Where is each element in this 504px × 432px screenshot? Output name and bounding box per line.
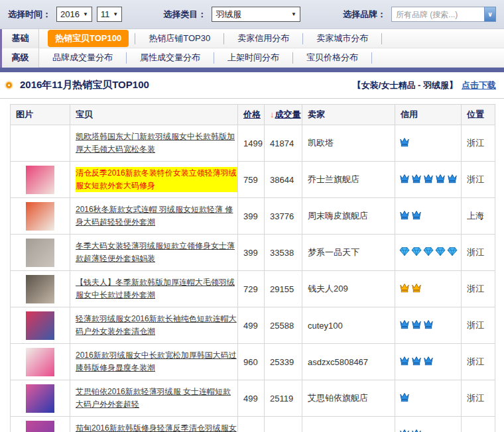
filter-bar: 选择时间： 2016 ▼ 11 ▼ 选择类目： 羽绒服 ▼ 选择品牌： ∨ — [0, 0, 504, 29]
product-image[interactable] — [26, 275, 54, 303]
product-image[interactable] — [26, 202, 54, 231]
table-row: 【钱夫人】冬季新款韩版加厚连帽大毛领羽绒服女中长款过膝外套潮 729 29155… — [11, 271, 495, 307]
blue-crown-icon — [411, 319, 422, 331]
title-cell: 艾思铂依2016新款轻薄羽绒服 女士连帽短款大码户外外套超轻 — [70, 380, 238, 417]
product-title-link[interactable]: 艾思铂依2016新款轻薄羽绒服 女士连帽短款大码户外外套超轻 — [76, 386, 237, 410]
top100-table: 图片 宝贝 价格 ↓成交量 卖家 信用 位置 凯欧塔韩国东大门新款羽绒服女中长款… — [10, 104, 495, 432]
blue-crown-icon — [399, 210, 410, 222]
chevron-down-icon: ∨ — [487, 11, 493, 18]
price-cell: 499 — [238, 307, 265, 344]
product-image[interactable] — [26, 348, 54, 376]
title-cell: 茄甸2016新款韩版修身轻薄反季清仓羽绒服女短款连 — [70, 417, 238, 432]
tab-hot-shops-top30[interactable]: 热销店铺TOP30 — [135, 32, 223, 44]
product-title-link[interactable]: 冬季大码女装轻薄羽绒服短款立领修身女士薄款超薄轻便外套妈妈装 — [76, 240, 237, 264]
seller-cell: 周末嗨皮旗舰店 — [302, 198, 395, 235]
gold-crown-icon — [411, 283, 422, 295]
tab-brand-volume-distribution[interactable]: 品牌成交量分布 — [39, 52, 126, 64]
image-cell — [11, 380, 70, 417]
product-image[interactable] — [26, 129, 54, 158]
sales-sort-link[interactable]: 成交量 — [275, 109, 301, 119]
tab-hot-items-top100[interactable]: 热销宝贝TOP100 — [48, 30, 129, 47]
seller-cell: 乔士兰旗舰店 — [302, 162, 395, 198]
sales-cell — [265, 417, 302, 432]
credit-cell — [395, 307, 462, 344]
location-cell — [462, 417, 495, 432]
product-title-link[interactable]: 2016新款羽绒服女中长款宽松加厚韩国大码过膝韩版修身显瘦冬装潮 — [76, 349, 237, 374]
image-cell — [11, 235, 70, 271]
title-cell: 轻薄款羽绒服女2016新款长袖纯色短款连帽大码户外女装外套清仓潮 — [70, 307, 238, 344]
time-filter-label: 选择时间： — [8, 9, 51, 21]
tab-listing-time-distribution[interactable]: 上架时间分布 — [214, 52, 292, 64]
year-select[interactable]: 2016 ▼ — [56, 7, 92, 22]
product-title-link[interactable]: 清仓反季2016新款冬装特价女装立领轻薄羽绒服女短款外套大码修身 — [76, 167, 237, 191]
blue-crown-icon — [423, 319, 434, 331]
category-filter-label: 选择类目： — [163, 9, 206, 21]
title-cell: 【钱夫人】冬季新款韩版加厚连帽大毛领羽绒服女中长款过膝外套潮 — [70, 271, 238, 307]
location-cell: 浙江 — [462, 162, 495, 198]
blue-diamond-icon — [435, 246, 446, 258]
blue-crown-icon — [399, 356, 410, 368]
seller-cell — [302, 417, 395, 432]
price-sort-link[interactable]: 价格 — [243, 109, 261, 119]
bullet-ring-icon — [6, 82, 12, 88]
price-cell — [238, 417, 265, 432]
header-image: 图片 — [11, 105, 70, 125]
table-row: 清仓反季2016新款冬装特价女装立领轻薄羽绒服女短款外套大码修身 759 386… — [11, 162, 495, 198]
caret-down-icon: ▼ — [83, 11, 88, 17]
brand-search-input[interactable] — [391, 7, 484, 22]
credit-cell — [395, 417, 462, 432]
location-cell: 浙江 — [462, 380, 495, 417]
blue-diamond-icon — [399, 246, 410, 258]
tab-attribute-volume-distribution[interactable]: 属性成交量分布 — [127, 52, 214, 64]
credit-cell — [395, 344, 462, 380]
blue-crown-icon — [399, 174, 410, 186]
product-image[interactable] — [26, 166, 54, 194]
credit-cell — [395, 380, 462, 417]
image-cell — [11, 125, 70, 162]
brand-dropdown-button[interactable]: ∨ — [484, 7, 496, 22]
blue-crown-icon — [411, 429, 422, 432]
advanced-group-label: 高级 — [2, 48, 39, 68]
tab-seller-city-distribution[interactable]: 卖家城市分布 — [303, 32, 381, 44]
sales-cell: 29155 — [265, 271, 302, 307]
basic-tab-row: 基础 热销宝贝TOP100 热销店铺TOP30 卖家信用分布 卖家城市分布 — [2, 29, 504, 48]
download-link[interactable]: 点击下载 — [462, 80, 496, 91]
top100-table-wrap: 图片 宝贝 价格 ↓成交量 卖家 信用 位置 凯欧塔韩国东大门新款羽绒服女中长款… — [10, 104, 495, 432]
section-head: 2016年11月热销宝贝TOP100 【女装/女士精品 - 羽绒服】 点击下载 — [0, 72, 504, 99]
blue-crown-icon — [447, 174, 458, 186]
product-title-link[interactable]: 茄甸2016新款韩版修身轻薄反季清仓羽绒服女短款连 — [76, 422, 237, 432]
month-select[interactable]: 11 ▼ — [97, 7, 122, 22]
blue-crown-icon — [411, 210, 422, 222]
sales-cell: 33776 — [265, 198, 302, 235]
caret-down-icon: ▼ — [113, 11, 118, 17]
brand-filter-label: 选择品牌： — [343, 9, 386, 21]
month-select-value: 11 — [101, 9, 110, 19]
image-cell — [11, 162, 70, 198]
image-cell — [11, 344, 70, 380]
seller-cell: 艾思铂依旗舰店 — [302, 380, 395, 417]
location-cell: 浙江 — [462, 344, 495, 380]
product-image[interactable] — [26, 239, 54, 267]
blue-crown-icon — [423, 356, 434, 368]
product-image[interactable] — [26, 311, 54, 340]
credit-cell — [395, 125, 462, 162]
gold-crown-icon — [399, 283, 410, 295]
table-row: 茄甸2016新款韩版修身轻薄反季清仓羽绒服女短款连 — [11, 417, 495, 432]
tab-seller-credit-distribution[interactable]: 卖家信用分布 — [224, 32, 302, 44]
table-row: 2016秋冬新款女式连帽 羽绒服女短款轻薄 修身大码超轻轻便外套潮 399 33… — [11, 198, 495, 235]
product-title-link[interactable]: 凯欧塔韩国东大门新款羽绒服女中长款韩版加厚大毛领大码宽松冬装 — [76, 131, 237, 155]
product-image[interactable] — [26, 421, 54, 432]
location-cell: 浙江 — [462, 235, 495, 271]
product-title-link[interactable]: 轻薄款羽绒服女2016新款长袖纯色短款连帽大码户外女装外套清仓潮 — [76, 313, 237, 337]
location-cell: 浙江 — [462, 125, 495, 162]
sales-cell: 25588 — [265, 307, 302, 344]
tab-item-price-distribution[interactable]: 宝贝价格分布 — [293, 52, 371, 64]
product-title-link[interactable]: 2016秋冬新款女式连帽 羽绒服女短款轻薄 修身大码超轻轻便外套潮 — [76, 203, 237, 228]
price-cell: 759 — [238, 162, 265, 198]
category-select[interactable]: 羽绒服 ▼ — [212, 7, 300, 22]
product-title-link[interactable]: 【钱夫人】冬季新款韩版加厚连帽大毛领羽绒服女中长款过膝外套潮 — [76, 276, 237, 301]
product-image[interactable] — [26, 384, 54, 413]
blue-diamond-icon — [447, 246, 458, 258]
seller-cell: 梦系一品天下 — [302, 235, 395, 271]
blue-crown-icon — [411, 174, 422, 186]
